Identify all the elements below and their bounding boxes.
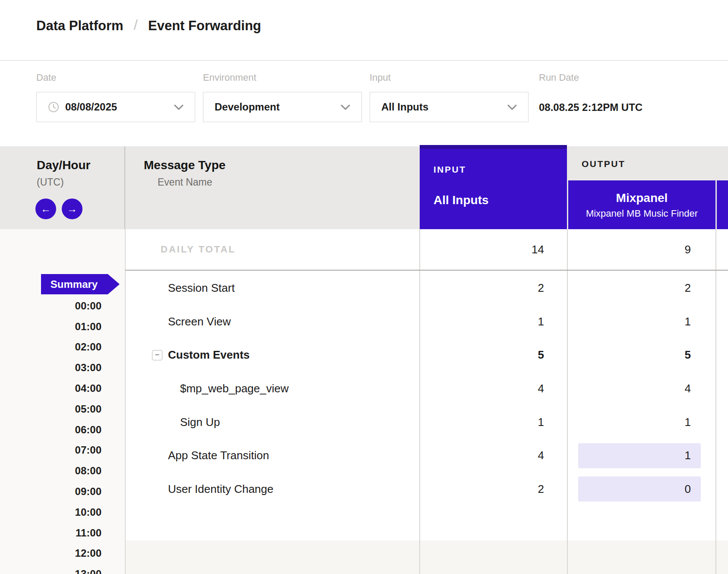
summary-row-selector[interactable]: Summary <box>41 274 120 294</box>
input-count-cell: 2 <box>420 271 567 305</box>
table-row: − App State Transition 4 1 <box>125 439 728 473</box>
output-count-highlight: 1 <box>578 443 701 468</box>
output-count-highlight: 0 <box>578 476 701 501</box>
row-label-cell: − User Identity Change <box>125 473 420 506</box>
output-count: 5 <box>685 348 691 362</box>
message-type-header: Message Type Event Name <box>144 158 225 188</box>
daily-total-row: DAILY TOTAL 14 9 <box>125 229 728 271</box>
output-section-label: OUTPUT <box>582 159 625 169</box>
input-column-header[interactable]: INPUT All Inputs <box>420 145 567 230</box>
output-count-cell: 2 <box>567 271 715 305</box>
prev-day-button[interactable]: ← <box>35 199 56 219</box>
output-count-highlight: 1 <box>578 410 701 435</box>
input-count-cell: 1 <box>420 305 567 339</box>
output-count: 4 <box>685 382 691 395</box>
input-column-name: All Inputs <box>434 193 567 207</box>
hour-item[interactable]: 12:00 <box>0 543 101 564</box>
day-hour-header: Day/Hour (UTC) <box>0 146 125 229</box>
output-count-highlight: 4 <box>578 376 701 401</box>
row-label: Sign Up <box>180 416 220 429</box>
input-count-cell: 4 <box>420 372 567 406</box>
hour-item[interactable]: 07:00 <box>0 440 101 461</box>
output-count-cell: 0 <box>567 473 715 506</box>
input-dropdown[interactable]: All Inputs <box>370 92 529 122</box>
date-value: 08/08/2025 <box>65 101 117 113</box>
hour-item[interactable]: 11:00 <box>0 523 101 543</box>
output-count-cell: 5 <box>567 338 715 372</box>
day-hour-title: Day/Hour <box>37 158 124 172</box>
hour-item[interactable]: 00:00 <box>0 296 101 316</box>
daily-total-output-value: 9 <box>567 229 715 270</box>
daily-total-input-value: 14 <box>420 229 567 270</box>
output-count-highlight: 5 <box>578 343 701 368</box>
table-row: − Session Start 2 2 <box>125 271 728 305</box>
hour-item[interactable]: 02:00 <box>0 337 101 358</box>
table-row: − Screen View 1 1 <box>125 305 728 339</box>
row-label: Screen View <box>168 315 231 328</box>
environment-label: Environment <box>203 72 256 83</box>
row-label: Session Start <box>168 281 235 295</box>
mixpanel-title: Mixpanel <box>616 191 668 205</box>
output-count-highlight: 2 <box>578 276 701 301</box>
message-type-title: Message Type <box>144 158 225 172</box>
breadcrumb: Data Platform / Event Forwarding <box>36 17 261 34</box>
table-body-empty-area <box>125 540 728 574</box>
input-value: All Inputs <box>381 101 428 113</box>
date-dropdown[interactable]: 08/08/2025 <box>36 92 195 122</box>
environment-dropdown[interactable]: Development <box>203 92 362 122</box>
daily-total-label: DAILY TOTAL <box>125 229 420 270</box>
row-label-cell: − Session Start <box>125 271 420 305</box>
hour-item[interactable]: 08:00 <box>0 460 101 481</box>
next-output-column-header[interactable] <box>717 180 728 230</box>
table-row: − User Identity Change 2 0 <box>125 473 728 506</box>
hour-item[interactable]: 10:00 <box>0 502 101 523</box>
hour-item[interactable]: 09:00 <box>0 481 101 502</box>
input-label: Input <box>370 72 391 83</box>
output-count: 0 <box>685 483 691 496</box>
message-rows: − Session Start 2 2 − Screen View 1 1 <box>125 271 728 506</box>
chevron-down-icon <box>341 104 350 112</box>
mixpanel-column-header[interactable]: Mixpanel Mixpanel MB Music Finder <box>568 180 715 230</box>
arrow-right-icon: → <box>67 203 77 215</box>
table-row: − Sign Up 1 1 <box>125 405 728 439</box>
hour-item[interactable]: 05:00 <box>0 399 101 419</box>
event-name-subtitle: Event Name <box>158 177 225 188</box>
breadcrumb-separator: / <box>134 16 138 33</box>
top-bar: Data Platform / Event Forwarding <box>0 0 728 61</box>
row-label: $mp_web_page_view <box>180 382 289 395</box>
next-day-button[interactable]: → <box>62 199 82 219</box>
date-label: Date <box>36 72 56 83</box>
hour-item[interactable]: 06:00 <box>0 419 101 440</box>
environment-value: Development <box>215 101 280 113</box>
hour-list: 00:0001:0002:0003:0004:0005:0006:0007:00… <box>0 296 101 574</box>
mixpanel-subtitle: Mixpanel MB Music Finder <box>586 208 698 219</box>
table-row: − $mp_web_page_view 4 4 <box>125 372 728 406</box>
collapse-toggle-icon[interactable]: − <box>152 350 162 360</box>
output-count-highlight: 1 <box>578 309 701 334</box>
breadcrumb-section[interactable]: Data Platform <box>36 18 123 34</box>
hour-item[interactable]: 04:00 <box>0 378 101 399</box>
clock-icon <box>48 101 59 113</box>
page-title: Event Forwarding <box>148 18 261 34</box>
hour-item[interactable]: 01:00 <box>0 316 101 337</box>
filter-bar: Date 08/08/2025 Environment Development … <box>0 62 728 146</box>
input-section-label: INPUT <box>434 164 567 175</box>
output-count: 1 <box>685 449 691 462</box>
output-count: 2 <box>685 281 691 295</box>
output-count-cell: 4 <box>567 372 715 406</box>
output-count-cell: 1 <box>567 439 715 473</box>
run-date-value: 08.08.25 2:12PM UTC <box>539 101 643 114</box>
row-label-cell: − Custom Events <box>125 338 420 372</box>
output-count-cell: 1 <box>567 405 715 439</box>
hour-item[interactable]: 03:00 <box>0 357 101 378</box>
run-date-label: Run Date <box>539 72 579 83</box>
row-label: Custom Events <box>168 348 250 362</box>
row-label-cell: − $mp_web_page_view <box>125 372 420 406</box>
chevron-down-icon <box>507 104 517 112</box>
arrow-left-icon: ← <box>41 203 51 215</box>
output-count: 1 <box>685 416 691 429</box>
row-label-cell: − App State Transition <box>125 439 420 473</box>
hour-item[interactable]: 13:00 <box>0 564 101 574</box>
input-count-cell: 5 <box>420 338 567 372</box>
row-label: App State Transition <box>168 449 269 462</box>
